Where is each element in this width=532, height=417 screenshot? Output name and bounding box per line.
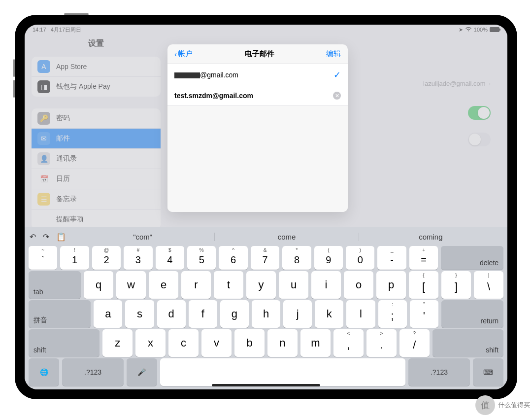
key-j[interactable]: j	[283, 300, 312, 328]
key-s[interactable]: s	[125, 300, 154, 328]
key-9[interactable]: (9	[314, 246, 343, 270]
suggestion-bar: "com" come coming	[71, 233, 502, 241]
key-delete[interactable]: delete	[441, 246, 503, 270]
key-q[interactable]: q	[84, 271, 113, 299]
watermark-text: 什么值得买	[498, 401, 530, 410]
key-g[interactable]: g	[220, 300, 249, 328]
checkmark-icon: ✓	[333, 70, 341, 80]
volume-down-button	[13, 80, 15, 98]
primary-email-row[interactable]: @gmail.com ✓	[167, 64, 348, 86]
dictation-key[interactable]: 🎤	[127, 358, 157, 386]
key-123[interactable]: .?123	[62, 358, 124, 386]
modal-fill	[167, 105, 348, 212]
key-3[interactable]: #3	[124, 246, 152, 270]
key-[interactable]: :;	[378, 300, 407, 328]
key-r[interactable]: r	[181, 271, 211, 299]
redo-icon[interactable]: ↷	[43, 232, 49, 242]
key-6[interactable]: ^6	[219, 246, 247, 270]
dismiss-keyboard-key[interactable]: ⌨	[473, 358, 503, 386]
key-c[interactable]: c	[168, 329, 199, 357]
clipboard-icon[interactable]: 📋	[56, 232, 66, 242]
home-indicator[interactable]	[212, 384, 320, 386]
key-[interactable]: _-	[377, 246, 406, 270]
key-h[interactable]: h	[252, 300, 280, 328]
suggestion-3[interactable]: coming	[359, 233, 502, 241]
suggestion-2[interactable]: come	[215, 233, 359, 241]
back-button[interactable]: ‹ 帐户	[174, 49, 193, 59]
primary-email-label: @gmail.com	[174, 71, 238, 79]
key-return[interactable]: return	[441, 300, 503, 328]
key-v[interactable]: v	[201, 329, 232, 357]
key-u[interactable]: u	[279, 271, 308, 299]
key-shift[interactable]: shift	[29, 329, 100, 357]
key-w[interactable]: w	[116, 271, 146, 299]
key-z[interactable]: z	[102, 329, 133, 357]
email-input[interactable]	[174, 92, 333, 100]
key-[interactable]: +=	[409, 246, 438, 270]
key-k[interactable]: k	[315, 300, 343, 328]
key-2[interactable]: @2	[92, 246, 121, 270]
watermark-icon: 值	[475, 395, 495, 414]
modal-body: @gmail.com ✓ ✕	[167, 64, 348, 105]
key-f[interactable]: f	[189, 300, 217, 328]
clear-input-icon[interactable]: ✕	[333, 92, 341, 100]
key-b[interactable]: b	[234, 329, 265, 357]
key-123[interactable]: .?123	[408, 358, 470, 386]
modal-header: ‹ 帐户 电子邮件 编辑	[167, 44, 348, 64]
key-l[interactable]: l	[346, 300, 375, 328]
key-4[interactable]: $4	[156, 246, 184, 270]
key-[interactable]: "'	[410, 300, 438, 328]
key-[interactable]: {[	[409, 271, 438, 299]
screen: 14:17 4月17日周日 ➤ 100% 设置 AApp Store◨钱包与 A…	[25, 25, 507, 389]
volume-up-button	[13, 59, 15, 77]
key-0[interactable]: )0	[346, 246, 374, 270]
key-e[interactable]: e	[149, 271, 178, 299]
key-a[interactable]: a	[94, 300, 122, 328]
key-[interactable]: ?/	[399, 329, 430, 357]
back-label: 帐户	[178, 49, 193, 59]
key-[interactable]: ~`	[29, 246, 57, 270]
keyboard: ↶ ↷ 📋 "com" come coming ~`!1@2#3$4%5^6&7…	[25, 227, 507, 389]
key-1[interactable]: !1	[60, 246, 89, 270]
watermark: 值 什么值得买	[475, 395, 530, 414]
key-i[interactable]: i	[311, 271, 341, 299]
power-button	[64, 13, 89, 15]
key-p[interactable]: p	[376, 271, 406, 299]
email-modal: ‹ 帐户 电子邮件 编辑 @gmail.com ✓ ✕	[167, 44, 348, 212]
space-key[interactable]	[160, 358, 405, 386]
new-email-row[interactable]: ✕	[167, 86, 348, 105]
key-n[interactable]: n	[267, 329, 298, 357]
key-[interactable]: |\	[474, 271, 503, 299]
modal-title: 电子邮件	[245, 49, 274, 59]
key-t[interactable]: t	[214, 271, 243, 299]
key-5[interactable]: %5	[187, 246, 216, 270]
chevron-left-icon: ‹	[174, 50, 177, 58]
key-x[interactable]: x	[135, 329, 166, 357]
key-8[interactable]: *8	[282, 246, 311, 270]
key-[interactable]: <,	[333, 329, 364, 357]
key-tab[interactable]: tab	[29, 271, 81, 299]
key-d[interactable]: d	[157, 300, 186, 328]
redacted-text	[174, 72, 200, 78]
key-shift[interactable]: shift	[432, 329, 503, 357]
key-y[interactable]: y	[246, 271, 276, 299]
undo-icon[interactable]: ↶	[30, 232, 36, 242]
globe-key[interactable]: 🌐	[29, 358, 59, 386]
edit-button[interactable]: 编辑	[326, 49, 341, 59]
key-m[interactable]: m	[300, 329, 331, 357]
key-o[interactable]: o	[344, 271, 373, 299]
ipad-frame: 14:17 4月17日周日 ➤ 100% 设置 AApp Store◨钱包与 A…	[15, 15, 517, 399]
key-[interactable]: }]	[441, 271, 471, 299]
suggestion-1[interactable]: "com"	[71, 233, 215, 241]
key-7[interactable]: &7	[251, 246, 279, 270]
key-[interactable]: >.	[366, 329, 397, 357]
key-[interactable]: 拼音	[29, 300, 91, 328]
